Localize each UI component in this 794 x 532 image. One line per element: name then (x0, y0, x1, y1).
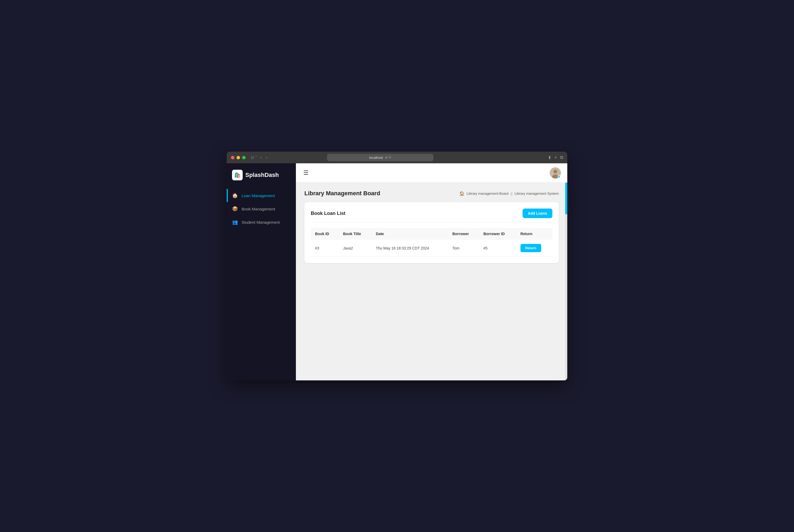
logo-text: SplashDash (245, 172, 279, 178)
breadcrumb-item-2: Library management System (515, 191, 559, 195)
traffic-light-green[interactable] (242, 156, 246, 159)
scrollbar-thumb[interactable] (565, 183, 567, 214)
scrollbar-track (565, 183, 567, 380)
address-bar[interactable]: localhost ⇄ ↻ (327, 154, 433, 161)
sidebar-item-loan-management[interactable]: 🏠 Loan Management (227, 189, 296, 202)
app-content: 🛍️ SplashDash 🏠 Loan Management 📦 Book M… (227, 163, 567, 380)
loan-table: Book ID Book Title Date Borrower Borrowe… (311, 228, 552, 257)
col-book-title: Book Title (339, 228, 372, 240)
sidebar-item-book-management[interactable]: 📦 Book Management (227, 202, 296, 215)
return-button[interactable]: Return (521, 244, 541, 252)
traffic-light-yellow[interactable] (237, 156, 240, 159)
nav-label-loan: Loan Management (242, 193, 275, 198)
col-borrower-id: Borrower ID (479, 228, 516, 240)
browser-titlebar: ⊡ ˅ ‹ › localhost ⇄ ↻ ⬆ + ⧉ (227, 152, 567, 163)
page-header: Library Management Board 🏠 Library manag… (304, 190, 559, 197)
window-layout-icon: ⊡ ˅ (251, 155, 257, 159)
nav-label-student: Student Management (242, 220, 280, 225)
nav-items: 🏠 Loan Management 📦 Book Management 👥 St… (227, 187, 296, 231)
url-text: localhost (369, 156, 383, 159)
sidebar-item-student-management[interactable]: 👥 Student Management (227, 215, 296, 229)
cell-book-id: #3 (311, 240, 339, 257)
breadcrumb-separator: || (511, 191, 512, 195)
back-button[interactable]: ‹ (259, 155, 263, 160)
cell-book-title: Java2 (339, 240, 372, 257)
loan-list-card: Book Loan List Add Loans Book ID Book Ti… (304, 202, 559, 263)
traffic-lights (231, 156, 246, 159)
col-date: Date (372, 228, 448, 240)
share-icon[interactable]: ⬆ (548, 155, 551, 160)
topbar-right (550, 167, 561, 178)
logo-area: 🛍️ SplashDash (227, 163, 296, 187)
nav-label-book: Book Management (242, 207, 275, 211)
page-title: Library Management Board (304, 190, 380, 197)
browser-controls: ⊡ ˅ ‹ › (251, 155, 268, 160)
student-icon: 👥 (232, 219, 238, 225)
browser-actions: ⬆ + ⧉ (548, 155, 563, 160)
breadcrumb: 🏠 Library management Board || Library ma… (459, 191, 559, 196)
forward-button[interactable]: › (265, 155, 268, 160)
browser-window: ⊡ ˅ ‹ › localhost ⇄ ↻ ⬆ + ⧉ 🛍️ SplashDas… (227, 152, 567, 380)
home-icon: 🏠 (232, 193, 238, 198)
cell-borrower: Tom (448, 240, 479, 257)
svg-point-1 (553, 170, 557, 173)
col-return: Return (516, 228, 552, 240)
address-icons: ⇄ ↻ (385, 156, 392, 159)
logo-bold: Dash (264, 172, 279, 178)
new-tab-icon[interactable]: + (554, 155, 557, 160)
table-header-row: Book ID Book Title Date Borrower Borrowe… (311, 228, 552, 240)
avatar-online-dot (558, 175, 560, 178)
cell-return: Return (516, 240, 552, 257)
page-content: Library Management Board 🏠 Library manag… (296, 183, 567, 380)
breadcrumb-item-1: Library management Board (467, 191, 509, 195)
cell-borrower-id: #5 (479, 240, 516, 257)
col-book-id: Book ID (311, 228, 339, 240)
main-area: ☰ (296, 163, 567, 380)
breadcrumb-home-icon: 🏠 (459, 191, 465, 196)
tabs-icon[interactable]: ⧉ (560, 155, 563, 160)
cell-date: Thu May 16 18:33:29 CDT 2024 (372, 240, 448, 257)
table-row: #3 Java2 Thu May 16 18:33:29 CDT 2024 To… (311, 240, 552, 257)
logo-icon: 🛍️ (232, 170, 243, 180)
traffic-light-red[interactable] (231, 156, 234, 159)
sidebar: 🛍️ SplashDash 🏠 Loan Management 📦 Book M… (227, 163, 296, 380)
card-title: Book Loan List (311, 211, 345, 216)
col-borrower: Borrower (448, 228, 479, 240)
add-loans-button[interactable]: Add Loans (523, 209, 552, 218)
book-icon: 📦 (232, 206, 238, 212)
avatar-container (550, 167, 561, 178)
translate-icon: ⇄ (385, 156, 388, 159)
logo-plain: Splash (245, 172, 264, 178)
topbar: ☰ (296, 163, 567, 183)
table-wrapper: Book ID Book Title Date Borrower Borrowe… (311, 228, 552, 257)
menu-button[interactable]: ☰ (302, 168, 310, 177)
reload-icon: ↻ (389, 156, 392, 159)
main-wrapper: ☰ (296, 163, 567, 380)
card-header: Book Loan List Add Loans (311, 209, 552, 223)
